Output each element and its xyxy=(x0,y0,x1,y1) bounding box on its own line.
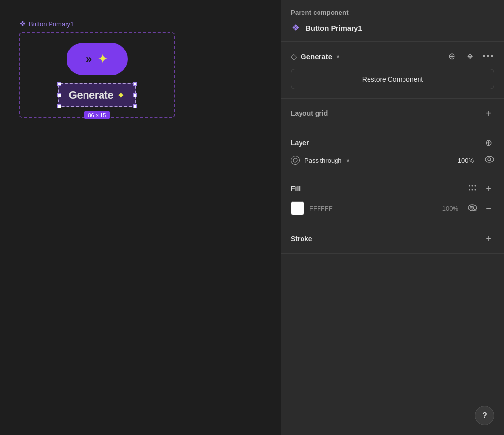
fill-remove-button[interactable]: − xyxy=(483,202,494,214)
canvas-area: ❖ Button Primary1 » ✦ Generate ✦ 86 × 15 xyxy=(0,0,281,435)
generate-section-row: ◇ Generate ∨ ⊕ ❖ ••• xyxy=(291,50,494,62)
blend-mode-circle-icon xyxy=(291,156,300,165)
blend-mode-dropdown[interactable]: Pass through ∨ xyxy=(304,157,453,164)
parent-diamond-icon: ❖ xyxy=(291,23,301,33)
fill-header: Fill + xyxy=(291,183,494,195)
component-wrapper: ❖ Button Primary1 » ✦ Generate ✦ 86 × 15 xyxy=(19,19,175,118)
layout-grid-section: Layout grid + xyxy=(281,99,504,128)
fill-color-swatch[interactable] xyxy=(291,201,304,215)
handle-mr[interactable] xyxy=(133,93,137,97)
generate-more-icon[interactable]: ••• xyxy=(483,50,494,62)
layer-opacity-value[interactable]: 100% xyxy=(458,157,474,164)
generate-target-icon[interactable]: ⊕ xyxy=(446,50,457,62)
fill-row: FFFFFF 100% − xyxy=(291,201,494,215)
layout-grid-add-button[interactable]: + xyxy=(483,107,494,119)
layer-target-icon[interactable]: ⊕ xyxy=(483,137,494,149)
fill-section: Fill + FFFFFF 100% xyxy=(281,174,504,224)
help-button[interactable]: ? xyxy=(475,406,494,425)
stroke-title: Stroke xyxy=(291,235,312,243)
layer-row: Pass through ∨ 100% xyxy=(291,155,494,165)
fill-add-button[interactable]: + xyxy=(483,183,494,195)
chevrons-icon: » xyxy=(86,53,92,66)
generate-diamond-icon: ◇ xyxy=(291,52,297,61)
handle-tr[interactable] xyxy=(133,82,137,86)
layer-visibility-icon[interactable] xyxy=(485,155,494,165)
component-diamond-icon: ❖ xyxy=(19,19,26,28)
generate-section: ◇ Generate ∨ ⊕ ❖ ••• Restore Component xyxy=(281,42,504,99)
svg-point-6 xyxy=(469,189,470,191)
svg-point-4 xyxy=(472,185,473,187)
fill-more-icon[interactable] xyxy=(468,184,477,193)
handle-tl[interactable] xyxy=(57,82,61,86)
component-title-text: Button Primary1 xyxy=(29,20,74,28)
right-panel: Parent component ❖ Button Primary1 ◇ Gen… xyxy=(281,0,504,435)
layer-section: Layer ⊕ Pass through ∨ 100% xyxy=(281,128,504,174)
layout-grid-row: Layout grid + xyxy=(291,107,494,119)
sparkle-icon-yellow: ✦ xyxy=(98,51,108,67)
svg-point-0 xyxy=(293,158,297,162)
svg-point-2 xyxy=(488,158,491,161)
blend-mode-chevron-icon: ∨ xyxy=(346,157,350,164)
pill-button[interactable]: » ✦ xyxy=(67,43,128,75)
svg-point-5 xyxy=(475,185,476,187)
parent-component-section-title: Parent component xyxy=(291,9,494,16)
svg-point-1 xyxy=(485,156,494,162)
layer-header: Layer ⊕ xyxy=(291,137,494,149)
layer-title: Layer xyxy=(291,139,309,147)
eye-svg xyxy=(485,155,494,163)
parent-component-section: Parent component ❖ Button Primary1 xyxy=(281,0,504,42)
stroke-section: Stroke + xyxy=(281,224,504,254)
eye-slash-svg xyxy=(467,204,478,212)
handle-bl[interactable] xyxy=(57,104,61,108)
stroke-add-button[interactable]: + xyxy=(483,233,494,245)
layout-grid-label: Layout grid xyxy=(291,109,328,117)
fill-opacity-value[interactable]: 100% xyxy=(442,205,458,212)
handle-ml[interactable] xyxy=(57,93,61,97)
size-badge: 86 × 15 xyxy=(84,111,110,119)
svg-point-7 xyxy=(472,189,473,191)
fill-hex-value[interactable]: FFFFFF xyxy=(309,205,437,212)
blend-mode-text: Pass through xyxy=(304,157,342,164)
handle-br[interactable] xyxy=(133,104,137,108)
fill-header-right: + xyxy=(468,183,494,195)
generate-selected-element[interactable]: Generate ✦ 86 × 15 xyxy=(58,83,136,107)
outer-frame[interactable]: » ✦ Generate ✦ 86 × 15 xyxy=(19,32,175,118)
parent-component-row: ❖ Button Primary1 xyxy=(291,23,494,33)
fill-visibility-icon[interactable] xyxy=(467,204,478,213)
generate-left-group: ◇ Generate ∨ xyxy=(291,52,340,61)
generate-text: Generate xyxy=(69,89,113,101)
fill-title: Fill xyxy=(291,185,301,193)
circle-svg xyxy=(293,158,298,163)
generate-sparkle-icon: ✦ xyxy=(117,89,125,101)
svg-point-3 xyxy=(469,185,470,187)
stroke-header: Stroke + xyxy=(291,233,494,245)
generate-component-icon[interactable]: ❖ xyxy=(464,50,476,62)
svg-point-8 xyxy=(475,189,476,191)
generate-right-group: ⊕ ❖ ••• xyxy=(446,50,494,62)
generate-chevron-icon[interactable]: ∨ xyxy=(336,53,340,60)
restore-component-button[interactable]: Restore Component xyxy=(291,69,494,89)
fill-dots-svg xyxy=(468,184,477,191)
parent-component-name: Button Primary1 xyxy=(305,24,362,32)
component-label: ❖ Button Primary1 xyxy=(19,19,175,28)
generate-label: Generate xyxy=(301,52,332,61)
